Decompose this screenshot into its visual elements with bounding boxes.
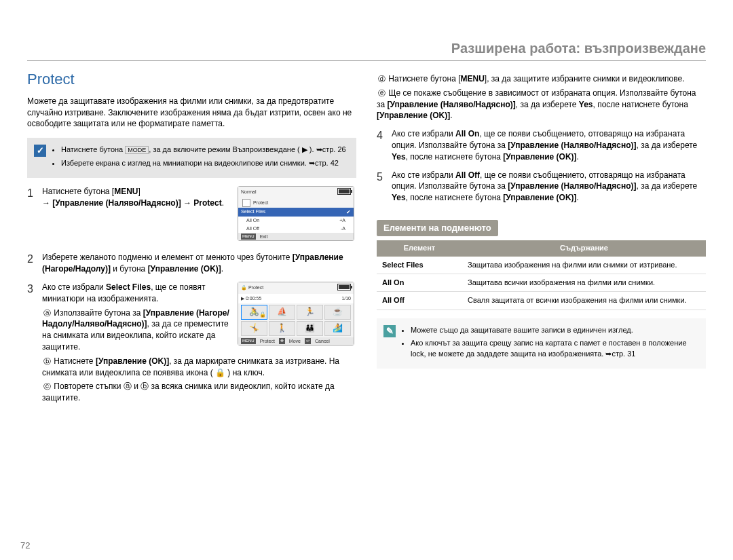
step-3c: ⓒ Повторете стъпки ⓐ и ⓑ за всяка снимка…: [42, 381, 356, 404]
step-5: 5 Ако сте избрали All Off, ще се появи с…: [377, 170, 706, 204]
info2-item: Можете също да защитавате вашите записи …: [411, 325, 699, 335]
step-3: 3 🔒 Protect ▶ 0:00:551/10 🚴 ⛵ 🏃: [27, 282, 356, 407]
battery-icon: [337, 284, 351, 291]
note-icon: ✎: [383, 325, 396, 337]
lcd-menu-protect: Normal Protect Select Files✔ All On+A Al…: [238, 186, 354, 241]
info1-item-mode: Натиснете бутона MODE, за да включите ре…: [61, 145, 346, 155]
step-1: 1 Normal Protect Select Files✔ All On+A …: [27, 186, 356, 245]
thumb-6: 🚶: [269, 321, 295, 336]
right-column: ⓓ Натиснете бутона [MENU], за да защитит…: [377, 69, 706, 413]
step-4: 4 Ако сте избрали All On, ще се появи съ…: [377, 128, 706, 162]
menu-row-icon: [242, 199, 250, 207]
battery-icon: [337, 188, 351, 195]
lcd-thumbnails: 🔒 Protect ▶ 0:00:551/10 🚴 ⛵ 🏃 ☕ 🤸 🚶: [238, 282, 354, 346]
submenu-heading: Елементи на подменюто: [377, 220, 498, 236]
info2-item: Ако ключът за защита срещу запис на карт…: [411, 338, 699, 359]
thumb-8: 🏄: [324, 321, 351, 336]
submenu-table: ЕлементСъдържание Select FilesЗащитава и…: [377, 240, 706, 310]
table-row: All OffСваля защитата от всички изображе…: [377, 292, 706, 310]
table-row: All OnЗащитава всички изображения на фил…: [377, 274, 706, 291]
chapter-title: Разширена работа: възпроизвеждане: [27, 41, 706, 61]
thumb-2: ⛵: [269, 305, 295, 320]
step-2: 2 Изберете желаното подменю и елемент от…: [27, 252, 356, 275]
thumb-4: ☕: [324, 305, 351, 320]
thumb-3: 🏃: [297, 305, 323, 320]
section-title: Protect: [27, 69, 356, 90]
check-icon: ✓: [34, 145, 46, 157]
info-box-2: ✎ Можете също да защитавате вашите запис…: [377, 318, 706, 369]
move-chip: ✥: [279, 338, 285, 345]
menu-chip: MENU: [241, 234, 256, 240]
step-3d: ⓓ Натиснете бутона [MENU], за да защитит…: [377, 73, 706, 85]
intro-paragraph: Можете да защитавате изображения на филм…: [27, 96, 356, 130]
info-box-1: ✓ Натиснете бутона MODE, за да включите …: [27, 138, 356, 178]
mode-keycap: MODE: [125, 146, 149, 154]
thumb-1: 🚴: [241, 305, 267, 320]
table-row: Select FilesЗащитава изображения на филм…: [377, 257, 706, 274]
cancel-chip: ↩: [305, 338, 311, 345]
thumb-5: 🤸: [241, 321, 267, 336]
step-3e: ⓔ Ще се покаже съобщение в зависимост от…: [377, 88, 706, 122]
page-number: 72: [20, 540, 30, 550]
step-3b: ⓑ Натиснете [Управление (OK)], за да мар…: [42, 356, 356, 379]
thumb-7: 👪: [297, 321, 323, 336]
left-column: Protect Можете да защитавате изображения…: [27, 69, 356, 413]
info1-item-thumb: Изберете екрана с изглед на миниатюри на…: [61, 158, 346, 168]
select-icon: ✔: [346, 208, 351, 216]
